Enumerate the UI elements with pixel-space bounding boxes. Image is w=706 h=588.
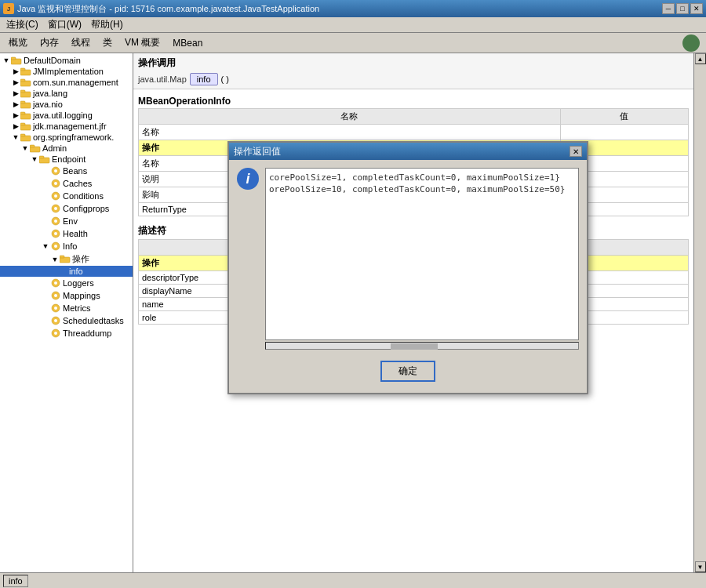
modal-close-button[interactable]: ✕ [570, 146, 582, 157]
modal-dialog: 操作返回值 ✕ i corePoolSize=1, completedTaskC… [227, 141, 588, 394]
modal-result-line-2: orePoolSize=10, completedTaskCount=0, ma… [269, 183, 575, 195]
modal-body: i corePoolSize=1, completedTaskCount=0, … [229, 160, 587, 393]
modal-header-row: i corePoolSize=1, completedTaskCount=0, … [237, 168, 579, 350]
modal-overlay: 操作返回值 ✕ i corePoolSize=1, completedTaskC… [0, 0, 706, 588]
modal-horizontal-scrollbar[interactable] [265, 342, 579, 350]
modal-result-line-1: corePoolSize=1, completedTaskCount=0, ma… [269, 172, 575, 183]
modal-info-icon: i [237, 168, 259, 190]
modal-content-wrapper: corePoolSize=1, completedTaskCount=0, ma… [265, 168, 579, 350]
scrollbar-thumb [391, 343, 438, 350]
modal-ok-button[interactable]: 确定 [380, 361, 435, 382]
modal-footer: 确定 [237, 356, 579, 385]
modal-title-bar: 操作返回值 ✕ [229, 143, 587, 160]
modal-result-area: corePoolSize=1, completedTaskCount=0, ma… [265, 168, 579, 340]
modal-title: 操作返回值 [234, 145, 281, 158]
